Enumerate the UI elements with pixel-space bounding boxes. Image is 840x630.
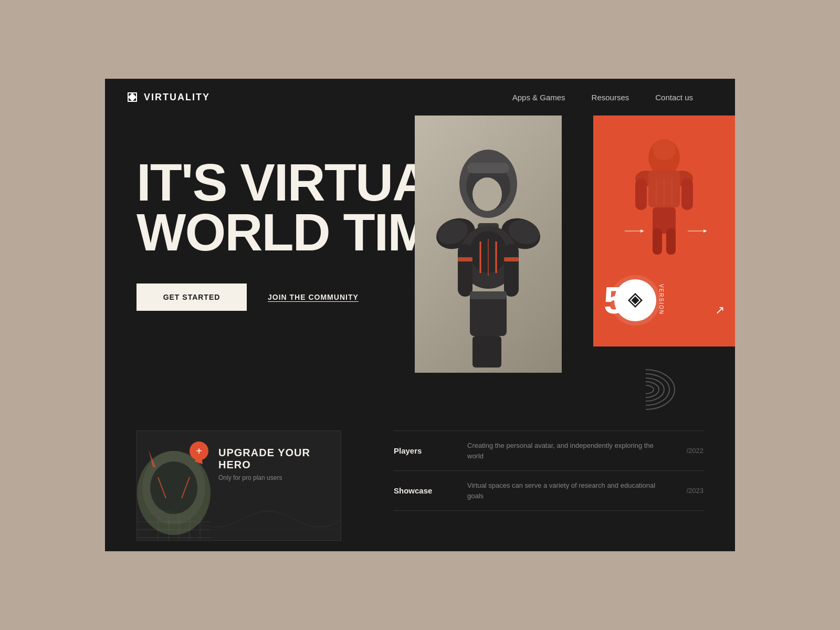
svg-point-4 xyxy=(653,139,676,160)
svg-rect-12 xyxy=(666,228,676,255)
get-started-button[interactable]: GET STARTED xyxy=(136,284,247,311)
hero-image-inner xyxy=(415,116,562,373)
svg-rect-55 xyxy=(470,294,507,336)
nav-link-contact[interactable]: Contact us xyxy=(655,93,693,102)
svg-rect-40 xyxy=(467,163,509,173)
hero-image xyxy=(415,116,562,373)
svg-marker-17 xyxy=(640,229,644,233)
circle-logo-icon xyxy=(626,291,645,310)
plus-symbol: + xyxy=(196,445,202,457)
circle-logo-button[interactable] xyxy=(614,279,656,321)
upgrade-grid-decoration xyxy=(137,498,341,540)
logo[interactable]: VIRTUALITY xyxy=(126,91,210,103)
upgrade-title: UPGRADE YOUR HERO xyxy=(218,447,332,471)
orange-panel: LOG IN xyxy=(593,79,735,346)
stat-row-players: Players Creating the personal avatar, an… xyxy=(394,430,704,471)
svg-rect-8 xyxy=(635,178,647,210)
svg-point-23 xyxy=(646,370,675,410)
svg-rect-54 xyxy=(504,257,519,261)
stat-label-players: Players xyxy=(394,446,467,455)
svg-point-39 xyxy=(472,177,502,211)
svg-rect-9 xyxy=(681,178,693,210)
shell-decoration xyxy=(646,369,677,411)
svg-rect-57 xyxy=(472,336,501,368)
brand-name: VIRTUALITY xyxy=(144,92,210,103)
svg-marker-1 xyxy=(128,93,136,101)
logo-icon xyxy=(126,91,139,103)
circle-logo-area xyxy=(651,369,677,411)
bottom-section: + UPGRADE YOUR HERO Only for pro plan us… xyxy=(105,420,735,551)
plus-badge[interactable]: + xyxy=(190,442,208,460)
robot-figure xyxy=(593,116,735,273)
stat-year-showcase: /2023 xyxy=(662,487,704,495)
svg-point-27 xyxy=(646,385,654,394)
svg-rect-22 xyxy=(646,369,677,411)
upgrade-subtitle: Only for pro plan users xyxy=(218,474,332,481)
stat-row-showcase: Showcase Virtual spaces can serve a vari… xyxy=(394,471,704,511)
navbar: VIRTUALITY Apps & Games Resourses Contac… xyxy=(105,79,735,116)
arrow-link-icon[interactable]: ↗ xyxy=(715,303,724,317)
svg-rect-52 xyxy=(504,244,519,297)
stats-section: Players Creating the personal avatar, an… xyxy=(341,420,735,551)
robot-woman-figure xyxy=(420,142,556,373)
join-community-button[interactable]: JOIN THE COMMUNITY xyxy=(268,293,359,301)
version-label: VERSION xyxy=(658,284,664,315)
stat-desc-players: Creating the personal avatar, and indepe… xyxy=(467,440,662,461)
nav-link-apps[interactable]: Apps & Games xyxy=(512,93,565,102)
svg-rect-53 xyxy=(458,257,472,261)
svg-point-26 xyxy=(646,382,659,397)
screen: VIRTUALITY Apps & Games Resourses Contac… xyxy=(105,79,735,551)
robot-illustration xyxy=(612,126,717,262)
stat-label-showcase: Showcase xyxy=(394,486,467,495)
upgrade-text: UPGRADE YOUR HERO Only for pro plan user… xyxy=(218,447,332,481)
stat-desc-showcase: Virtual spaces can serve a variety of re… xyxy=(467,480,662,501)
svg-rect-11 xyxy=(653,228,662,255)
stat-year-players: /2022 xyxy=(662,447,704,455)
nav-links: Apps & Games Resourses Contact us xyxy=(512,93,693,102)
svg-rect-56 xyxy=(470,291,507,299)
svg-rect-51 xyxy=(458,244,472,297)
nav-link-resources[interactable]: Resourses xyxy=(592,93,629,102)
svg-marker-19 xyxy=(704,229,707,233)
upgrade-card: + UPGRADE YOUR HERO Only for pro plan us… xyxy=(136,430,341,541)
